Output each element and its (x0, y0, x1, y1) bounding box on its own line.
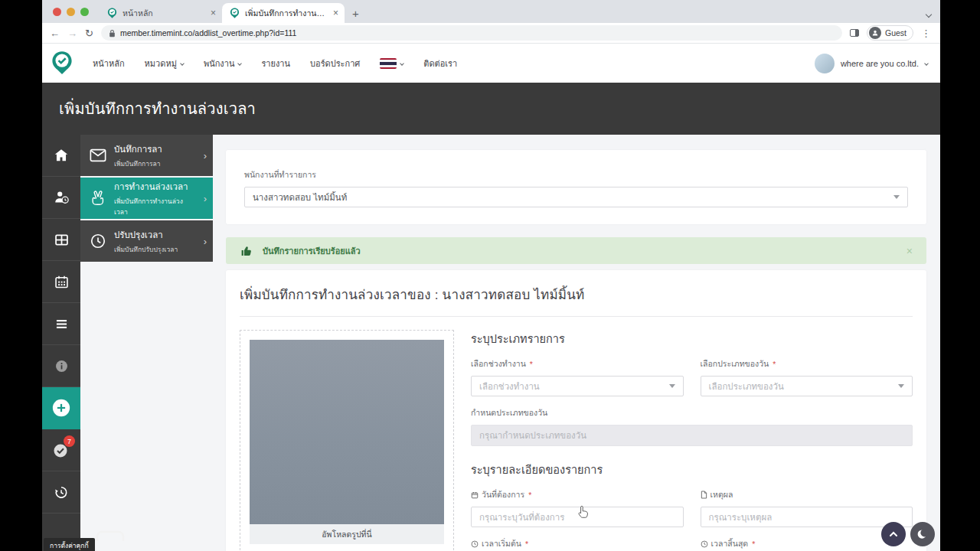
nav-home[interactable]: หน้าหลัก (93, 57, 125, 70)
main-nav: หน้าหลัก หมวดหมู่ พนักงาน รายงาน บอร์ดปร… (93, 57, 457, 70)
reason-label: เหตุผล (701, 488, 913, 501)
day-type-custom-input[interactable] (471, 425, 913, 446)
nav-reports[interactable]: รายงาน (261, 57, 290, 70)
plus-icon (51, 398, 71, 418)
submenu-item-title: บันทึกการลา (114, 142, 196, 156)
caret-down-icon (893, 195, 900, 199)
overtime-form-card: เพิ่มบันทึกการทำงานล่วงเวลาของ : นางสาวท… (226, 270, 926, 551)
submenu-item-title: ปรับปรุงเวลา (114, 228, 196, 242)
rail-menu-button[interactable] (42, 303, 80, 345)
employee-select[interactable]: นางสาวทดสอบ ไทม์มิ้นท์ (244, 187, 908, 207)
scroll-to-top-button[interactable] (881, 522, 906, 546)
lock-icon (109, 29, 116, 37)
reason-input[interactable] (701, 507, 913, 527)
clock-icon (471, 540, 479, 548)
rail-table-button[interactable] (42, 219, 80, 261)
caret-down-icon (898, 384, 904, 388)
company-name: where are you co.ltd. (841, 59, 919, 68)
timemint-favicon (230, 8, 240, 19)
chevron-right-icon: › (204, 236, 207, 247)
window-controls[interactable] (42, 0, 100, 23)
nav-categories[interactable]: หมวดหมู่ (145, 57, 184, 70)
end-time-label: เวลาสิ้นสุด* (701, 537, 913, 550)
browser-toolbar: ← → ↻ member.timemint.co/addlist_overtim… (42, 23, 940, 44)
caret-down-icon (669, 384, 675, 388)
image-upload-dropzone[interactable]: อัพโหลดรูปที่นี่ (240, 330, 454, 551)
rail-add-record-button[interactable] (42, 387, 80, 429)
grid-icon (54, 232, 70, 248)
day-type-custom-label: กำหนดประเภทของวัน (471, 406, 913, 419)
date-label: วันที่ต้องการ* (471, 488, 684, 501)
browser-window: หน้าหลัก × เพิ่มบันทึกการทำงานล่วงเวลา ×… (42, 0, 940, 551)
section-detail-title: ระบุรายละเอียดของรายการ (471, 461, 913, 478)
thumbs-up-icon (240, 244, 253, 258)
home-icon (53, 147, 70, 164)
rail-info-button[interactable] (42, 345, 80, 387)
chevron-down-icon (400, 61, 404, 66)
forward-icon[interactable]: → (67, 28, 77, 39)
nav-board[interactable]: บอร์ดประกาศ (310, 57, 360, 70)
user-clock-icon (53, 189, 70, 206)
rail-employee-time-button[interactable] (42, 177, 80, 219)
profile-button[interactable]: Guest (867, 25, 913, 41)
work-period-select[interactable]: เลือกช่วงทำงาน (471, 376, 684, 396)
submenu-overtime-record[interactable]: การทำงานล่วงเวลา เพิ่มบันทึกการทำงานล่วง… (80, 178, 213, 219)
alert-close-icon[interactable]: × (906, 245, 913, 257)
dark-mode-toggle[interactable] (910, 522, 935, 546)
back-icon[interactable]: ← (50, 28, 60, 39)
notification-badge: 7 (64, 435, 75, 447)
employee-card: พนักงานที่ทำรายการ นางสาวทดสอบ ไทม์มิ้นท… (226, 150, 926, 224)
chevron-up-icon (887, 528, 900, 540)
chevron-right-icon: › (204, 150, 207, 161)
company-menu[interactable]: where are you co.ltd. (815, 54, 928, 73)
screen: หน้าหลัก × เพิ่มบันทึกการทำงานล่วงเวลา ×… (0, 0, 980, 551)
cookie-settings-button[interactable] (96, 529, 125, 544)
tab-strip: หน้าหลัก × เพิ่มบันทึกการทำงานล่วงเวลา ×… (42, 0, 940, 23)
divider (240, 316, 913, 317)
nav-contact[interactable]: ติดต่อเรา (423, 57, 457, 70)
timemint-logo[interactable] (51, 51, 73, 77)
upload-caption: อัพโหลดรูปที่นี่ (250, 524, 444, 544)
upload-image-preview (250, 340, 444, 524)
victory-hand-icon (90, 190, 106, 207)
nav-employees[interactable]: พนักงาน (204, 57, 242, 70)
rail-approvals-button[interactable]: 7 (42, 429, 80, 471)
date-input[interactable] (471, 507, 684, 527)
split-view-icon[interactable] (850, 29, 859, 37)
record-submenu: บันทึกการลา เพิ่มบันทึกการลา › การทำงานล… (80, 135, 213, 263)
url-text: member.timemint.co/addlist_overtime.php?… (120, 28, 296, 37)
info-icon (54, 358, 70, 374)
profile-avatar-icon (869, 27, 881, 39)
rail-home-button[interactable] (42, 135, 80, 177)
chevron-down-icon (924, 61, 929, 66)
language-switcher[interactable] (380, 58, 403, 69)
close-window-button[interactable] (53, 8, 61, 16)
tab-close-icon[interactable]: × (211, 8, 216, 18)
submenu-leave-record[interactable]: บันทึกการลา เพิ่มบันทึกการลา › (80, 135, 213, 176)
chevron-down-icon (180, 61, 185, 66)
start-time-label: เวลาเริ่มต้น* (471, 537, 684, 550)
minimize-window-button[interactable] (67, 8, 75, 16)
reload-icon[interactable]: ↻ (85, 28, 93, 39)
mouse-cursor (578, 505, 590, 523)
day-type-select[interactable]: เลือกประเภทของวัน (701, 376, 913, 396)
calendar-icon (54, 274, 70, 290)
chevron-down-icon (238, 61, 243, 66)
history-icon (53, 484, 70, 500)
rail-calendar-button[interactable] (42, 261, 80, 303)
tab-list-chevron-icon[interactable] (926, 6, 931, 20)
thai-flag-icon (380, 58, 397, 69)
envelope-icon (90, 148, 106, 162)
tab-add-overtime[interactable]: เพิ่มบันทึกการทำงานล่วงเวลา × (222, 3, 345, 23)
tab-home[interactable]: หน้าหลัก × (100, 3, 222, 23)
tab-close-icon[interactable]: × (333, 8, 338, 18)
browser-menu-icon[interactable]: ⋮ (921, 28, 931, 39)
rail-history-button[interactable] (42, 471, 80, 514)
clock-icon (701, 540, 708, 548)
maximize-window-button[interactable] (80, 8, 89, 16)
new-tab-button[interactable]: + (345, 7, 368, 23)
submenu-time-adjust[interactable]: ปรับปรุงเวลา เพิ่มบันทึกปรับปรุงเวลา › (80, 220, 213, 262)
chevron-right-icon: › (204, 193, 207, 204)
address-bar[interactable]: member.timemint.co/addlist_overtime.php?… (101, 25, 842, 41)
moon-icon (916, 527, 929, 541)
